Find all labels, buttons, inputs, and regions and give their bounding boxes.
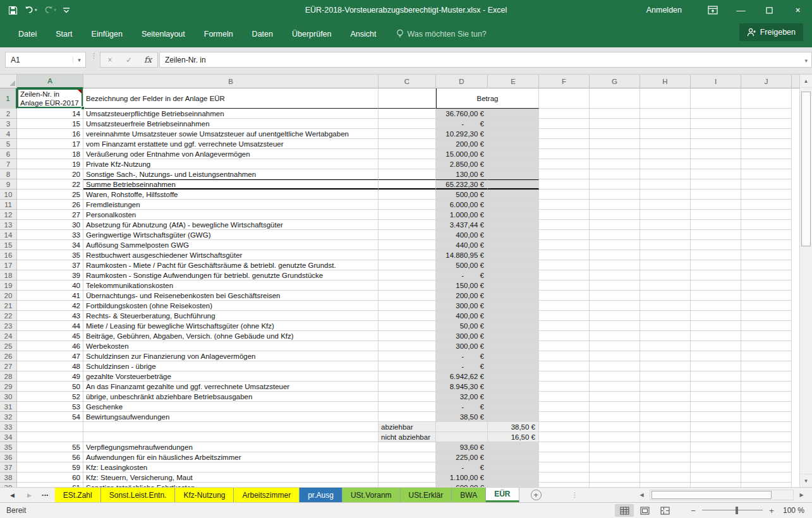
cell-empty[interactable] <box>691 371 741 382</box>
cell-empty[interactable] <box>741 129 792 139</box>
cell-description[interactable]: Telekommunikationskosten <box>83 280 379 291</box>
cell-amount-e[interactable] <box>488 452 539 462</box>
cell-description[interactable]: Übernachtungs- und Reisenebenkosten bei … <box>83 291 379 301</box>
column-header-D[interactable]: D <box>436 75 488 88</box>
cell-empty[interactable] <box>741 462 792 473</box>
cell-empty[interactable] <box>691 422 741 432</box>
cell-empty[interactable] <box>640 179 691 190</box>
cell-line-number[interactable]: 61 <box>17 483 83 487</box>
row-header-20[interactable]: 20 <box>0 291 17 301</box>
cell-empty[interactable] <box>741 169 792 179</box>
cell-sub-label[interactable] <box>379 179 436 190</box>
cell-empty[interactable] <box>640 291 691 301</box>
row-header-25[interactable]: 25 <box>0 341 17 351</box>
ribbon-tab-ansicht[interactable]: Ansicht <box>341 20 386 47</box>
cell-line-number[interactable]: 41 <box>17 291 83 301</box>
cell-empty[interactable] <box>539 139 590 149</box>
cell-line-number[interactable]: 33 <box>17 230 83 240</box>
cell-empty[interactable] <box>590 149 640 159</box>
row-header-35[interactable]: 35 <box>0 442 17 452</box>
cell-empty[interactable] <box>691 159 741 169</box>
cell-description[interactable]: Restbuchwert ausgeschiedener Wirtschafts… <box>83 250 379 260</box>
select-all-corner[interactable] <box>0 75 17 88</box>
sheet-tab-eür[interactable]: EÜR <box>486 488 519 502</box>
row-header-9[interactable]: 9 <box>0 179 17 190</box>
cell-amount[interactable]: 400,00 € <box>436 230 488 240</box>
cell-amount[interactable]: 440,00 € <box>436 240 488 250</box>
cell-line-number[interactable]: 25 <box>17 190 83 200</box>
cell-amount-e[interactable]: 38,50 € <box>488 422 539 432</box>
cell-empty[interactable] <box>590 351 640 361</box>
cell-empty[interactable] <box>741 200 792 210</box>
cell-amount[interactable]: - € <box>436 402 488 412</box>
confirm-entry-icon[interactable]: ✓ <box>119 56 138 64</box>
cell-amount[interactable]: 6.000,00 € <box>436 200 488 210</box>
cell-empty[interactable] <box>590 169 640 179</box>
cell-b1[interactable]: Bezeichnung der Felder in der Anlage EÜR <box>83 88 379 109</box>
cell-amount-e[interactable] <box>488 119 539 129</box>
column-header-J[interactable]: J <box>741 75 792 88</box>
cell-empty[interactable] <box>640 382 691 392</box>
cell-empty[interactable] <box>539 200 590 210</box>
cell-empty[interactable] <box>590 432 640 442</box>
cell-empty[interactable] <box>590 473 640 483</box>
cell-line-number[interactable]: 55 <box>17 442 83 452</box>
cell-sub-label[interactable] <box>379 462 436 473</box>
cell-empty[interactable] <box>590 422 640 432</box>
cell-line-number[interactable]: 60 <box>17 473 83 483</box>
cell-sub-label[interactable] <box>379 190 436 200</box>
cell-amount[interactable]: 32,00 € <box>436 392 488 402</box>
cell-description[interactable]: Summe Betriebseinnahmen <box>83 179 379 190</box>
cell-empty[interactable] <box>691 442 741 452</box>
cell-sub-label[interactable] <box>379 210 436 220</box>
cell-sub-label[interactable] <box>379 331 436 341</box>
cell-line-number[interactable]: 16 <box>17 129 83 139</box>
cell-amount[interactable]: 500,00 € <box>436 260 488 270</box>
cell-empty[interactable] <box>539 129 590 139</box>
cell-empty[interactable] <box>539 402 590 412</box>
cell-empty[interactable] <box>691 240 741 250</box>
cell-amount-e[interactable] <box>488 291 539 301</box>
row-header-26[interactable]: 26 <box>0 351 17 361</box>
row-header-11[interactable]: 11 <box>0 200 17 210</box>
cell-sub-label[interactable] <box>379 392 436 402</box>
cell-empty[interactable] <box>640 109 691 119</box>
cell-empty[interactable] <box>590 311 640 321</box>
scroll-right-icon[interactable]: ▶ <box>796 490 807 500</box>
cell-description[interactable]: Veräußerung oder Entnahme von Anlageverm… <box>83 149 379 159</box>
cell-empty[interactable] <box>741 351 792 361</box>
cell-sub-label[interactable] <box>379 220 436 230</box>
cell-empty[interactable] <box>741 392 792 402</box>
cell-empty[interactable] <box>691 392 741 402</box>
cell-line-number[interactable]: 43 <box>17 311 83 321</box>
cell-amount-e[interactable] <box>488 109 539 119</box>
cell-empty[interactable] <box>640 442 691 452</box>
cell-empty[interactable] <box>590 240 640 250</box>
row-header-13[interactable]: 13 <box>0 220 17 230</box>
cell-empty[interactable] <box>590 341 640 351</box>
next-sheet-icon[interactable]: ▶ <box>27 492 32 498</box>
column-header-I[interactable]: I <box>691 75 741 88</box>
cell-amount-e[interactable] <box>488 301 539 311</box>
row-header-24[interactable]: 24 <box>0 331 17 341</box>
cell-empty[interactable] <box>640 169 691 179</box>
row-header-32[interactable]: 32 <box>0 412 17 422</box>
cell-amount[interactable]: 200,00 € <box>436 291 488 301</box>
cell-empty[interactable] <box>539 270 590 280</box>
ribbon-tab-datei[interactable]: Datei <box>9 20 46 47</box>
cell-description[interactable]: Werbekosten <box>83 341 379 351</box>
cell-empty[interactable] <box>741 382 792 392</box>
cell-empty[interactable] <box>640 483 691 487</box>
cell-description[interactable]: vom Finanzamt erstattete und ggf. verrec… <box>83 139 379 149</box>
cell-sub-label[interactable] <box>379 119 436 129</box>
cell-empty[interactable] <box>640 270 691 280</box>
row-header-10[interactable]: 10 <box>0 190 17 200</box>
cell-empty[interactable] <box>590 301 640 311</box>
cell-line-number[interactable]: 56 <box>17 452 83 462</box>
cell-empty[interactable] <box>691 331 741 341</box>
cell-sub-label[interactable] <box>379 200 436 210</box>
cell-amount-e[interactable] <box>488 190 539 200</box>
horizontal-scrollbar-track[interactable] <box>650 490 794 500</box>
cell-sub-label[interactable] <box>379 149 436 159</box>
cell-empty[interactable] <box>590 382 640 392</box>
